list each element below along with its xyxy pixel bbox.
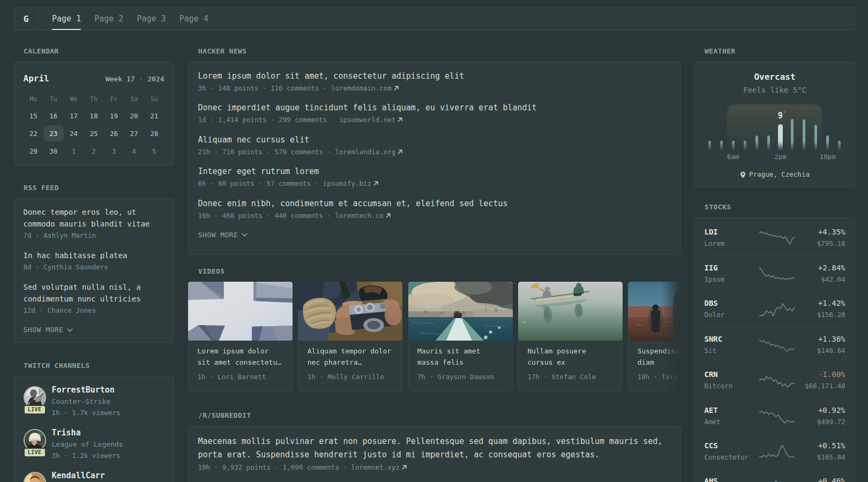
video-card[interactable]: Lorem ipsum dolor sit amet consectetu…1h…: [188, 282, 293, 391]
location-pin-icon: [740, 171, 746, 178]
video-title[interactable]: Suspendisse mollis diam: [638, 345, 681, 368]
stock-row[interactable]: IIGIpsum+2.84%$42.04: [705, 255, 845, 291]
twitch-channel-row[interactable]: LIVEKendallCarr: [24, 472, 164, 482]
nav-tab-page-2[interactable]: Page 2: [94, 7, 123, 30]
stock-change: +0.92%: [795, 405, 845, 416]
video-card-body: Aliquam tempor dolor nec pharetra…1h · M…: [298, 341, 402, 382]
nav-tab-page-3[interactable]: Page 3: [137, 7, 166, 30]
calendar-day[interactable]: 21: [144, 108, 164, 124]
video-card[interactable]: Mauris sit amet massa felis7h · Grayson …: [408, 282, 513, 391]
video-card[interactable]: Suspendisse mollis diam18h · Tara Romero: [628, 282, 680, 391]
rss-item-title[interactable]: Donec tempor eros leo, ut commodo mauris…: [24, 206, 164, 230]
hackernews-item-title[interactable]: Donec enim nibh, condimentum et accumsan…: [198, 197, 671, 210]
calendar-day[interactable]: 19: [104, 108, 124, 124]
twitch-channel-name[interactable]: ForrestBurton: [52, 384, 121, 396]
item-age: 21h: [198, 148, 211, 156]
reddit-post-title[interactable]: Maecenas mollis pulvinar erat non posuer…: [198, 435, 671, 462]
stock-row[interactable]: AETAmet+0.92%$499.72: [705, 398, 845, 433]
twitch-channel-row[interactable]: LIVETrishaLeague of Legends3h · 1.2k vie…: [24, 429, 164, 464]
item-domain-link[interactable]: loremlandia.org: [335, 148, 395, 156]
external-link-icon: [402, 463, 407, 471]
hackernews-item-title[interactable]: Lorem ipsum dolor sit amet, consectetur …: [198, 70, 671, 82]
stock-row[interactable]: CRNBitcorn-1.00%$66,171.48: [705, 363, 845, 398]
calendar-day[interactable]: 15: [24, 108, 44, 124]
calendar-day[interactable]: 2: [84, 143, 104, 159]
hackernews-item-title[interactable]: Aliquam nec cursus elit: [198, 133, 671, 146]
twitch-channel-name[interactable]: Trisha: [52, 427, 123, 439]
item-domain-link[interactable]: loremtech.co: [335, 212, 383, 220]
item-domain-link[interactable]: ipsumworld.net: [339, 116, 395, 124]
rss-item-author: Chance Jones: [48, 306, 96, 314]
calendar-day[interactable]: 23: [43, 125, 64, 141]
calendar-day[interactable]: 22: [24, 125, 44, 141]
separator-dot: ·: [327, 116, 339, 124]
nav-tab-page-1[interactable]: Page 1: [52, 7, 81, 30]
video-title[interactable]: Nullam posuere cursus ex: [527, 345, 613, 368]
video-title[interactable]: Lorem ipsum dolor sit amet consectetu…: [198, 345, 283, 368]
stock-info: CRNBitcorn: [705, 369, 759, 391]
stock-row[interactable]: AHS +0.46%: [705, 469, 845, 482]
video-title[interactable]: Mauris sit amet massa felis: [417, 345, 503, 368]
item-domain-link[interactable]: ipsumify.biz: [323, 179, 371, 187]
hackernews-show-more-button[interactable]: SHOW MORE: [198, 229, 671, 241]
stock-row[interactable]: LDILorem+4.35%$795.18: [705, 220, 845, 255]
reddit-widget-title: /R/SUBREDDIT: [198, 411, 681, 420]
stock-row[interactable]: CCSConsectetur+0.51%$165.84: [705, 433, 845, 469]
twitch-channel-game[interactable]: League of Legends: [52, 439, 123, 450]
twitch-channel-game[interactable]: Counter-Strike: [52, 396, 121, 407]
rss-widget-title: RSS FEED: [24, 183, 174, 193]
calendar-day[interactable]: 30: [43, 143, 64, 159]
calendar-day[interactable]: 29: [24, 143, 44, 159]
rss-item-title[interactable]: Sed volutpat nulla nisl, a condimentum n…: [24, 281, 164, 305]
calendar-day[interactable]: 17: [64, 108, 84, 124]
calendar-day[interactable]: 5: [144, 143, 164, 159]
calendar-day[interactable]: 20: [124, 108, 144, 124]
calendar-day[interactable]: 16: [43, 108, 64, 124]
weather-bar-slot: [834, 104, 845, 150]
rss-item-title[interactable]: In hac habitasse platea: [24, 250, 164, 261]
item-domain-link[interactable]: loremnet.xyz: [351, 463, 399, 471]
stock-price: $156.28: [795, 309, 845, 320]
calendar-day[interactable]: 27: [124, 125, 144, 141]
video-age: 1h: [308, 373, 316, 381]
rss-item-meta: 8d · Cynthia Saunders: [24, 261, 164, 273]
twitch-channel-row[interactable]: LIVEForrestBurtonCounter-Strike1h · 1.7k…: [24, 386, 164, 421]
calendar-day[interactable]: 25: [84, 125, 104, 141]
stock-row[interactable]: DBSDolor+1.42%$156.28: [705, 291, 845, 327]
app-logo[interactable]: G: [14, 7, 39, 30]
stock-values: +4.35%$795.18: [795, 227, 845, 249]
calendar-day[interactable]: 3: [104, 143, 124, 159]
videos-carousel[interactable]: Lorem ipsum dolor sit amet consectetu…1h…: [188, 282, 681, 391]
hackernews-item-meta: 6h · 60 points · 57 comments · ipsumify.…: [198, 178, 671, 190]
video-title[interactable]: Aliquam tempor dolor nec pharetra…: [308, 345, 393, 368]
calendar-weekday-row: MoTuWeThFrSaSu: [24, 95, 164, 103]
calendar-week-number: 17: [126, 75, 135, 83]
calendar-day[interactable]: 26: [104, 125, 124, 141]
stock-change: +1.42%: [795, 298, 845, 309]
video-card[interactable]: Aliquam tempor dolor nec pharetra…1h · M…: [298, 282, 402, 391]
calendar-day[interactable]: 28: [144, 125, 164, 141]
nav-tab-page-4[interactable]: Page 4: [179, 7, 208, 30]
hackernews-item-title[interactable]: Integer eget rutrum lorem: [198, 165, 671, 178]
calendar-weekday-label: Tu: [43, 95, 64, 103]
twitch-channel-name[interactable]: KendallCarr: [52, 470, 105, 481]
calendar-day[interactable]: 18: [84, 108, 104, 124]
hackernews-item-title[interactable]: Donec imperdiet augue tincidunt felis al…: [198, 101, 671, 114]
show-more-label: SHOW MORE: [198, 229, 238, 241]
weather-card: Overcast Feels like 5°C 9° 6am2pm10pm Pr…: [694, 62, 855, 187]
reddit-post-meta: 19h · 9,932 points · 1,090 comments · lo…: [198, 462, 671, 473]
twitch-card: LIVEForrestBurtonCounter-Strike1h · 1.7k…: [13, 376, 174, 482]
calendar-day[interactable]: 1: [64, 143, 84, 159]
video-meta: 18h · Tara Romero: [638, 371, 681, 382]
stock-row[interactable]: SNRCSit+1.36%$148.64: [705, 327, 845, 362]
separator-dot: ·: [263, 148, 275, 156]
item-domain-link[interactable]: loremdomain.com: [331, 84, 392, 92]
reddit-card: Maecenas mollis pulvinar erat non posuer…: [188, 426, 681, 482]
calendar-day[interactable]: 4: [124, 143, 144, 159]
video-card[interactable]: Nullam posuere cursus ex17h · Stefan Col…: [518, 282, 623, 391]
twitch-channel-info: KendallCarr: [52, 470, 105, 482]
calendar-day[interactable]: 24: [64, 125, 84, 141]
hackernews-item-meta: 1d · 1,414 points · 299 comments · ipsum…: [198, 114, 671, 126]
rss-show-more-button[interactable]: SHOW MORE: [24, 324, 164, 336]
stock-sparkline: [759, 372, 795, 388]
